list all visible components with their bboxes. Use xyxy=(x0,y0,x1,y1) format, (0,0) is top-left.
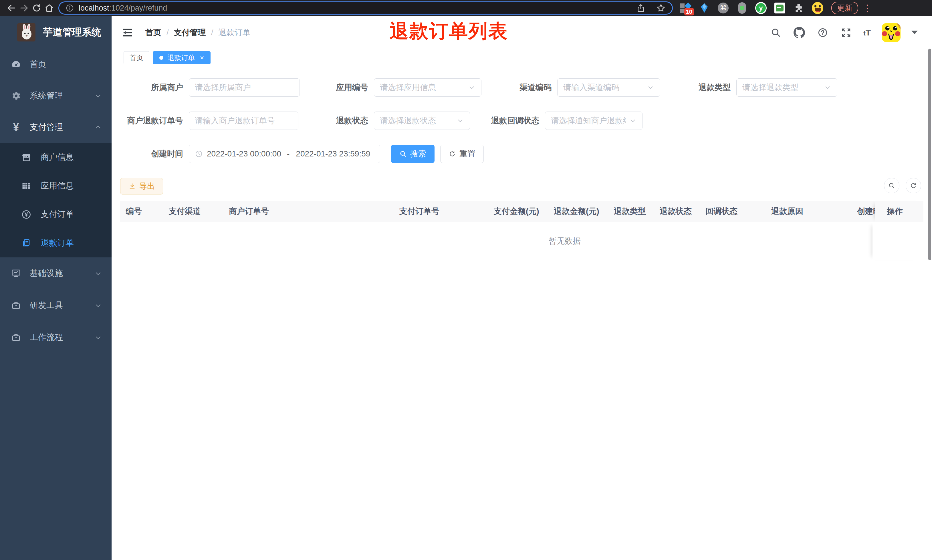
home-icon[interactable] xyxy=(43,2,55,14)
column-header: 创建时间 xyxy=(851,206,875,217)
site-info-icon[interactable] xyxy=(66,4,74,12)
browser-window: localhost:1024/pay/refund 10 ⌘ y xyxy=(0,0,932,560)
refresh-table-button[interactable] xyxy=(906,178,921,193)
logo-rabbit-image xyxy=(17,23,35,42)
bookmark-star-icon[interactable] xyxy=(656,3,666,13)
forward-icon[interactable] xyxy=(18,2,30,14)
sidebar-menu: 首页 系统管理 ¥ 支付管理 xyxy=(0,49,112,354)
sidebar-item-label: 应用信息 xyxy=(41,180,74,192)
url-bar[interactable]: localhost:1024/pay/refund xyxy=(58,2,673,15)
app-select[interactable]: 请选择应用信息 xyxy=(374,78,481,97)
sidebar-item-infra[interactable]: 基础设施 xyxy=(0,257,112,289)
sidebar-item-label: 系统管理 xyxy=(30,90,94,102)
y-extension-icon[interactable]: y xyxy=(755,2,767,14)
tab-manager-extension-icon[interactable]: 10 xyxy=(680,2,691,14)
export-button[interactable]: 导出 xyxy=(120,178,163,194)
chevron-down-icon xyxy=(647,84,654,91)
create-time-range-picker[interactable]: 2022-01-23 00:00:00 - 2022-01-23 23:59:5… xyxy=(189,145,380,163)
gem-extension-icon[interactable] xyxy=(698,2,710,14)
sidebar-item-label: 基础设施 xyxy=(30,268,94,279)
fixed-actions-column xyxy=(872,222,923,260)
avatar-caret-icon[interactable] xyxy=(911,31,918,34)
sidebar-item-pay-order[interactable]: 支付订单 xyxy=(0,200,112,229)
navbar-actions: tT xyxy=(769,23,918,42)
merchant-input[interactable]: 请选择所属商户 xyxy=(189,78,300,97)
field-label: 退款状态 xyxy=(311,115,374,126)
gear-icon xyxy=(10,91,22,101)
sidebar-logo[interactable]: 芋道管理系统 xyxy=(0,16,112,49)
sidebar-item-home[interactable]: 首页 xyxy=(0,49,112,80)
refund-type-select[interactable]: 请选择退款类型 xyxy=(736,78,837,97)
briefcase-icon xyxy=(10,332,22,343)
search-button[interactable]: 搜索 xyxy=(391,145,435,163)
notify-status-select[interactable]: 请选择通知商户退款结果的回调状态 xyxy=(545,112,643,130)
breadcrumb-separator: / xyxy=(211,28,214,37)
field-label: 商户退款订单号 xyxy=(120,115,189,126)
column-header: 退款金额(元) xyxy=(548,206,608,217)
user-avatar[interactable] xyxy=(882,23,901,42)
column-header: 支付订单号 xyxy=(394,206,488,217)
column-header: 退款状态 xyxy=(654,206,700,217)
grid-table-icon xyxy=(21,181,32,191)
page-scrollbar[interactable] xyxy=(928,49,931,260)
channel-select[interactable]: 请输入渠道编码 xyxy=(557,78,660,97)
help-icon[interactable] xyxy=(817,26,829,39)
sidebar-item-refund-order[interactable]: 退款订单 xyxy=(0,229,112,257)
font-size-icon[interactable]: tT xyxy=(863,28,871,37)
sidebar-item-merchant-info[interactable]: 商户信息 xyxy=(0,143,112,172)
document-copy-icon xyxy=(21,238,32,248)
chevron-down-icon xyxy=(94,302,102,309)
show-search-toggle-button[interactable] xyxy=(884,178,900,193)
column-header: 支付金额(元) xyxy=(488,206,548,217)
back-icon[interactable] xyxy=(5,2,18,14)
merchant-refund-no-input[interactable]: 请输入商户退款订单号 xyxy=(189,112,298,130)
sidebar-item-label: 退款订单 xyxy=(41,237,74,249)
search-icon xyxy=(888,182,895,189)
hamburger-icon[interactable] xyxy=(121,26,134,39)
extensions-puzzle-icon[interactable] xyxy=(793,2,804,14)
status-dot-extension-icon[interactable] xyxy=(736,2,748,14)
reset-button[interactable]: 重置 xyxy=(440,145,484,163)
sidebar-item-pay[interactable]: ¥ 支付管理 xyxy=(0,112,112,143)
sidebar-item-workflow[interactable]: 工作流程 xyxy=(0,322,112,354)
reload-icon[interactable] xyxy=(30,2,43,14)
page-content: 所属商户 请选择所属商户 应用编号 请选择应用信息 渠道编码 请输入渠道编码 退… xyxy=(112,66,932,560)
refund-table: 编号 支付渠道 商户订单号 支付订单号 支付金额(元) 退款金额(元) 退款类型… xyxy=(120,201,923,260)
share-icon[interactable] xyxy=(636,3,645,12)
sidebar-submenu-pay: 商户信息 应用信息 支付订单 xyxy=(0,143,112,257)
emoji-extension-icon[interactable] xyxy=(812,2,823,14)
download-icon xyxy=(128,183,136,190)
tab-refund-order[interactable]: 退款订单 × xyxy=(153,51,211,65)
sidebar-item-label: 首页 xyxy=(30,58,102,70)
refund-status-select[interactable]: 请选择退款状态 xyxy=(374,112,470,130)
table-empty-row: 暂无数据 xyxy=(120,222,923,260)
chevron-down-icon xyxy=(824,84,831,91)
sidebar-item-system[interactable]: 系统管理 xyxy=(0,80,112,112)
tab-home[interactable]: 首页 xyxy=(124,51,149,65)
sidebar-item-dev-tools[interactable]: 研发工具 xyxy=(0,289,112,322)
tag-view-bar: 首页 退款订单 × xyxy=(112,49,932,66)
chat-extension-icon[interactable] xyxy=(774,2,786,14)
breadcrumb-pay[interactable]: 支付管理 xyxy=(174,27,206,38)
url-host: localhost xyxy=(78,4,109,12)
breadcrumb-home[interactable]: 首页 xyxy=(145,27,161,38)
command-extension-icon[interactable]: ⌘ xyxy=(717,2,729,14)
browser-update-button[interactable]: 更新 xyxy=(831,2,858,14)
table-tools xyxy=(884,178,921,193)
yen-circle-icon xyxy=(21,209,32,220)
filter-row-1: 所属商户 请选择所属商户 应用编号 请选择应用信息 渠道编码 请输入渠道编码 退… xyxy=(120,78,923,97)
search-icon[interactable] xyxy=(769,26,782,39)
annotation-text: 退款订单列表 xyxy=(390,18,508,44)
column-header: 退款类型 xyxy=(608,206,654,217)
column-header: 退款原因 xyxy=(766,206,851,217)
active-dot xyxy=(159,56,163,60)
sidebar: 芋道管理系统 首页 系统管理 ¥ xyxy=(0,16,112,560)
close-icon[interactable]: × xyxy=(200,54,204,61)
browser-menu-icon[interactable]: ⋮ xyxy=(863,3,872,14)
sidebar-item-app-info[interactable]: 应用信息 xyxy=(0,172,112,200)
github-icon[interactable] xyxy=(793,26,806,39)
refresh-icon xyxy=(449,150,456,158)
fullscreen-icon[interactable] xyxy=(840,26,852,39)
store-icon xyxy=(21,152,32,162)
filter-row-2: 商户退款订单号 请输入商户退款订单号 退款状态 请选择退款状态 退款回调状态 请… xyxy=(120,112,923,130)
